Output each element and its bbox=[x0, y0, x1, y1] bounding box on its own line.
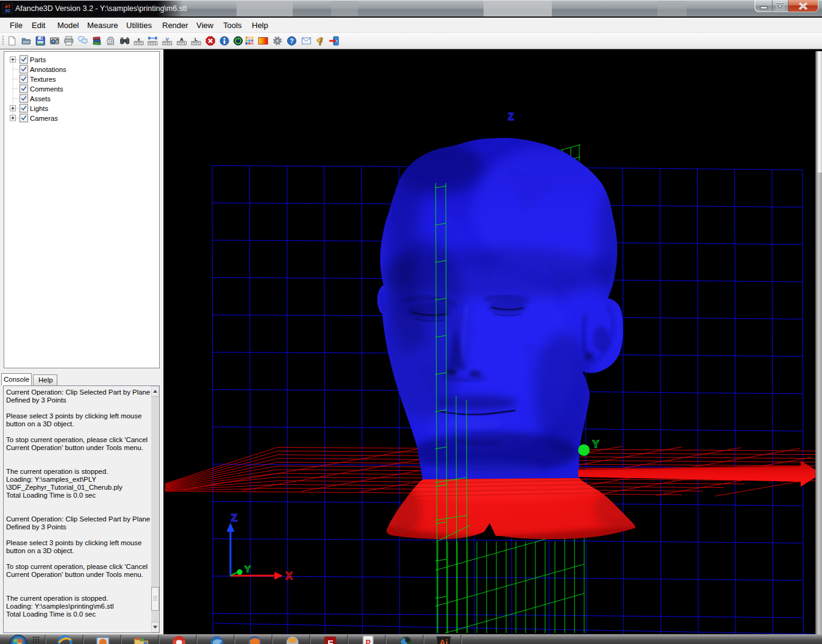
svg-text:Y: Y bbox=[592, 438, 599, 450]
svg-text:Assets: Assets bbox=[30, 95, 51, 102]
svg-text:Cameras: Cameras bbox=[30, 115, 58, 122]
svg-text:P: P bbox=[365, 639, 370, 644]
svg-text:Comments: Comments bbox=[30, 85, 63, 93]
svg-text:3D: 3D bbox=[5, 8, 11, 13]
svg-text:?: ? bbox=[290, 37, 293, 45]
svg-text:Lights: Lights bbox=[30, 105, 48, 112]
svg-text:Ai: Ai bbox=[440, 638, 448, 644]
svg-text:x: x bbox=[137, 37, 140, 42]
svg-text:Textures: Textures bbox=[30, 76, 56, 83]
svg-text:Z: Z bbox=[231, 512, 237, 524]
svg-text:X: X bbox=[285, 570, 293, 582]
svg-text:Y: Y bbox=[245, 564, 251, 574]
svg-text:Parts: Parts bbox=[30, 56, 46, 63]
svg-text:A: A bbox=[180, 37, 184, 42]
svg-text:Z: Z bbox=[508, 112, 514, 122]
svg-text:L: L bbox=[195, 37, 198, 42]
svg-text:Annotations: Annotations bbox=[30, 66, 66, 73]
svg-text:F: F bbox=[327, 638, 333, 644]
svg-text:V: V bbox=[166, 37, 170, 42]
